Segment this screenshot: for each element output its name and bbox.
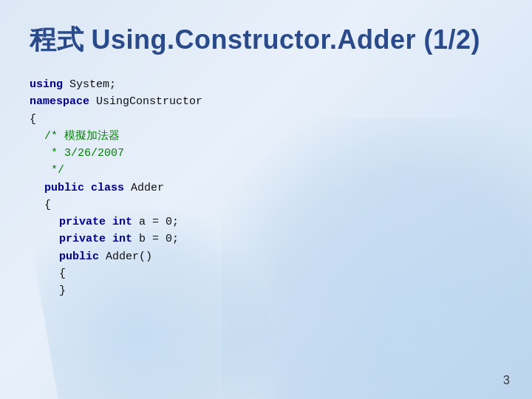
code-line-5: * 3/26/2007 bbox=[30, 145, 502, 162]
title-english: Using.Constructor.Adder (1/2) bbox=[92, 24, 481, 55]
code-line-3: { bbox=[30, 111, 502, 128]
keyword-class: class bbox=[91, 182, 124, 194]
title-chinese: 程式 bbox=[30, 24, 83, 55]
code-line-9: private int a = 0; bbox=[30, 214, 502, 231]
page-number: 3 bbox=[503, 374, 510, 387]
code-line-2: namespace UsingConstructor bbox=[30, 93, 502, 110]
keyword-using: using bbox=[30, 78, 63, 91]
keyword-namespace: namespace bbox=[30, 95, 89, 108]
code-line-6: */ bbox=[30, 162, 502, 179]
comment-line-1: /* 模擬加法器 bbox=[44, 130, 120, 143]
keyword-int-1: int bbox=[112, 216, 132, 228]
code-line-7: public class Adder bbox=[30, 180, 502, 197]
keyword-int-2: int bbox=[112, 233, 132, 245]
keyword-private-2: private bbox=[59, 233, 106, 245]
code-line-1: using System; bbox=[30, 76, 502, 93]
keyword-public-2: public bbox=[59, 250, 99, 263]
comment-line-3: */ bbox=[44, 164, 64, 177]
code-block: using System; namespace UsingConstructor… bbox=[30, 76, 502, 299]
code-line-11: public Adder() bbox=[30, 248, 502, 265]
code-line-12: { bbox=[30, 265, 502, 282]
keyword-private-1: private bbox=[59, 216, 106, 228]
keyword-public-1: public bbox=[44, 182, 84, 194]
code-line-4: /* 模擬加法器 bbox=[30, 128, 502, 145]
comment-line-2: * 3/26/2007 bbox=[44, 147, 124, 160]
code-line-8: { bbox=[30, 197, 502, 214]
slide-container: 程式 Using.Constructor.Adder (1/2) using S… bbox=[0, 0, 532, 399]
code-line-13: } bbox=[30, 282, 502, 299]
slide-title: 程式 Using.Constructor.Adder (1/2) bbox=[30, 22, 502, 58]
code-line-10: private int b = 0; bbox=[30, 231, 502, 248]
